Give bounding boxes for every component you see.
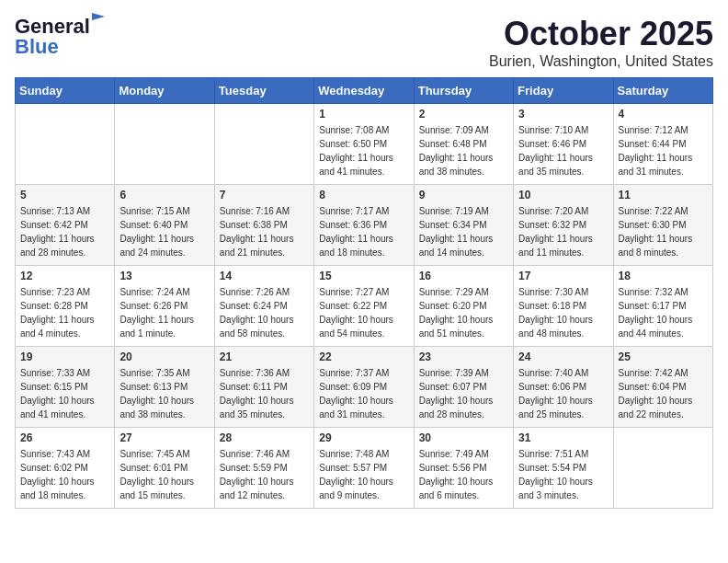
day-detail: Sunrise: 7:37 AMSunset: 6:09 PMDaylight:… [319, 366, 408, 421]
day-detail: Sunrise: 7:12 AMSunset: 6:44 PMDaylight:… [619, 123, 708, 178]
logo-flag-icon [90, 11, 107, 28]
calendar-week-row: 19Sunrise: 7:33 AMSunset: 6:15 PMDayligh… [16, 347, 713, 428]
calendar-cell: 31Sunrise: 7:51 AMSunset: 5:54 PMDayligh… [514, 428, 613, 509]
day-detail: Sunrise: 7:16 AMSunset: 6:38 PMDaylight:… [220, 204, 309, 259]
calendar-cell: 8Sunrise: 7:17 AMSunset: 6:36 PMDaylight… [314, 185, 414, 266]
calendar-cell: 18Sunrise: 7:32 AMSunset: 6:17 PMDayligh… [613, 266, 712, 347]
calendar-cell: 29Sunrise: 7:48 AMSunset: 5:57 PMDayligh… [314, 428, 414, 509]
month-title: October 2025 [489, 15, 713, 53]
weekday-header-monday: Monday [115, 78, 214, 104]
calendar-cell: 21Sunrise: 7:36 AMSunset: 6:11 PMDayligh… [214, 347, 313, 428]
day-detail: Sunrise: 7:29 AMSunset: 6:20 PMDaylight:… [419, 285, 508, 340]
day-number: 28 [220, 431, 309, 444]
calendar-cell: 19Sunrise: 7:33 AMSunset: 6:15 PMDayligh… [16, 347, 115, 428]
day-detail: Sunrise: 7:35 AMSunset: 6:13 PMDaylight:… [119, 366, 209, 421]
location-title: Burien, Washington, United States [489, 53, 713, 70]
day-detail: Sunrise: 7:27 AMSunset: 6:22 PMDaylight:… [319, 285, 408, 340]
day-number: 1 [319, 108, 408, 121]
day-detail: Sunrise: 7:19 AMSunset: 6:34 PMDaylight:… [419, 204, 508, 259]
calendar-cell: 24Sunrise: 7:40 AMSunset: 6:06 PMDayligh… [514, 347, 613, 428]
day-detail: Sunrise: 7:26 AMSunset: 6:24 PMDaylight:… [220, 285, 309, 340]
day-detail: Sunrise: 7:20 AMSunset: 6:32 PMDaylight:… [518, 204, 608, 259]
calendar-cell: 9Sunrise: 7:19 AMSunset: 6:34 PMDaylight… [414, 185, 513, 266]
day-number: 23 [419, 350, 508, 363]
calendar-cell: 3Sunrise: 7:10 AMSunset: 6:46 PMDaylight… [514, 104, 613, 185]
day-number: 10 [518, 189, 608, 201]
day-number: 22 [319, 350, 408, 363]
calendar-cell: 23Sunrise: 7:39 AMSunset: 6:07 PMDayligh… [414, 347, 513, 428]
calendar-cell [613, 428, 712, 509]
calendar-cell: 2Sunrise: 7:09 AMSunset: 6:48 PMDaylight… [414, 104, 513, 185]
day-number: 9 [419, 189, 508, 201]
calendar-cell: 25Sunrise: 7:42 AMSunset: 6:04 PMDayligh… [613, 347, 712, 428]
calendar-cell: 5Sunrise: 7:13 AMSunset: 6:42 PMDaylight… [16, 185, 115, 266]
title-area: October 2025 Burien, Washington, United … [489, 15, 713, 70]
calendar-cell: 22Sunrise: 7:37 AMSunset: 6:09 PMDayligh… [314, 347, 414, 428]
day-detail: Sunrise: 7:15 AMSunset: 6:40 PMDaylight:… [119, 204, 209, 259]
day-number: 30 [419, 431, 508, 444]
day-number: 13 [119, 270, 209, 282]
calendar-cell: 6Sunrise: 7:15 AMSunset: 6:40 PMDaylight… [115, 185, 214, 266]
calendar-week-row: 26Sunrise: 7:43 AMSunset: 6:02 PMDayligh… [16, 428, 713, 509]
day-detail: Sunrise: 7:46 AMSunset: 5:59 PMDaylight:… [220, 447, 309, 502]
calendar-table: SundayMondayTuesdayWednesdayThursdayFrid… [15, 77, 713, 509]
day-detail: Sunrise: 7:13 AMSunset: 6:42 PMDaylight:… [20, 204, 109, 259]
weekday-header-row: SundayMondayTuesdayWednesdayThursdayFrid… [16, 78, 713, 104]
weekday-header-tuesday: Tuesday [214, 78, 313, 104]
calendar-cell: 28Sunrise: 7:46 AMSunset: 5:59 PMDayligh… [214, 428, 313, 509]
calendar-week-row: 1Sunrise: 7:08 AMSunset: 6:50 PMDaylight… [16, 104, 713, 185]
weekday-header-wednesday: Wednesday [314, 78, 414, 104]
day-detail: Sunrise: 7:40 AMSunset: 6:06 PMDaylight:… [518, 366, 608, 421]
calendar-cell [115, 104, 214, 185]
calendar-cell: 16Sunrise: 7:29 AMSunset: 6:20 PMDayligh… [414, 266, 513, 347]
day-number: 12 [20, 270, 109, 282]
day-number: 4 [619, 108, 708, 121]
day-detail: Sunrise: 7:09 AMSunset: 6:48 PMDaylight:… [419, 123, 508, 178]
day-detail: Sunrise: 7:24 AMSunset: 6:26 PMDaylight:… [119, 285, 209, 340]
day-number: 19 [20, 350, 109, 363]
calendar-cell: 11Sunrise: 7:22 AMSunset: 6:30 PMDayligh… [613, 185, 712, 266]
weekday-header-thursday: Thursday [414, 78, 513, 104]
day-detail: Sunrise: 7:42 AMSunset: 6:04 PMDaylight:… [619, 366, 708, 421]
calendar-cell [16, 104, 115, 185]
day-detail: Sunrise: 7:23 AMSunset: 6:28 PMDaylight:… [20, 285, 109, 340]
calendar-cell: 12Sunrise: 7:23 AMSunset: 6:28 PMDayligh… [16, 266, 115, 347]
calendar-cell: 14Sunrise: 7:26 AMSunset: 6:24 PMDayligh… [214, 266, 313, 347]
logo-general: General [15, 15, 90, 38]
day-number: 16 [419, 270, 508, 282]
day-number: 20 [119, 350, 209, 363]
calendar-week-row: 12Sunrise: 7:23 AMSunset: 6:28 PMDayligh… [16, 266, 713, 347]
day-number: 27 [119, 431, 209, 444]
day-detail: Sunrise: 7:45 AMSunset: 6:01 PMDaylight:… [119, 447, 209, 502]
calendar-cell: 4Sunrise: 7:12 AMSunset: 6:44 PMDaylight… [613, 104, 712, 185]
day-number: 17 [518, 270, 608, 282]
day-number: 7 [220, 189, 309, 201]
day-detail: Sunrise: 7:30 AMSunset: 6:18 PMDaylight:… [518, 285, 608, 340]
day-number: 2 [419, 108, 508, 121]
day-detail: Sunrise: 7:51 AMSunset: 5:54 PMDaylight:… [518, 447, 608, 502]
day-number: 5 [20, 189, 109, 201]
weekday-header-sunday: Sunday [16, 78, 115, 104]
calendar-cell [214, 104, 313, 185]
day-number: 24 [518, 350, 608, 363]
calendar-cell: 13Sunrise: 7:24 AMSunset: 6:26 PMDayligh… [115, 266, 214, 347]
header: General Blue October 2025 Burien, Washin… [15, 15, 713, 70]
calendar-cell: 17Sunrise: 7:30 AMSunset: 6:18 PMDayligh… [514, 266, 613, 347]
day-number: 31 [518, 431, 608, 444]
day-detail: Sunrise: 7:36 AMSunset: 6:11 PMDaylight:… [220, 366, 309, 421]
calendar-cell: 30Sunrise: 7:49 AMSunset: 5:56 PMDayligh… [414, 428, 513, 509]
day-number: 29 [319, 431, 408, 444]
day-number: 25 [619, 350, 708, 363]
calendar-cell: 1Sunrise: 7:08 AMSunset: 6:50 PMDaylight… [314, 104, 414, 185]
logo: General Blue [15, 15, 90, 59]
day-number: 18 [619, 270, 708, 282]
calendar-cell: 7Sunrise: 7:16 AMSunset: 6:38 PMDaylight… [214, 185, 313, 266]
day-detail: Sunrise: 7:10 AMSunset: 6:46 PMDaylight:… [518, 123, 608, 178]
day-number: 3 [518, 108, 608, 121]
day-detail: Sunrise: 7:17 AMSunset: 6:36 PMDaylight:… [319, 204, 408, 259]
day-number: 15 [319, 270, 408, 282]
day-number: 11 [619, 189, 708, 201]
day-number: 6 [119, 189, 209, 201]
day-detail: Sunrise: 7:48 AMSunset: 5:57 PMDaylight:… [319, 447, 408, 502]
calendar-cell: 15Sunrise: 7:27 AMSunset: 6:22 PMDayligh… [314, 266, 414, 347]
